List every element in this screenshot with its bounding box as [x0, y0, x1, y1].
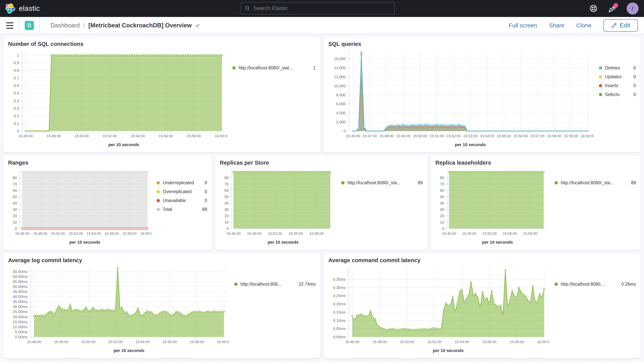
svg-text:per 10 seconds: per 10 seconds: [70, 240, 100, 244]
svg-text:15:48:00: 15:48:00: [47, 134, 61, 138]
panel-title[interactable]: Number of SQL connections: [8, 41, 316, 47]
legend-series-label: Deletes: [605, 65, 630, 70]
breadcrumb: Dashboard / [Metricbeat CockroachDB] Ove…: [50, 22, 200, 29]
legend-series-dot: [554, 282, 558, 286]
toolbar-divider: [39, 17, 40, 34]
svg-text:15:46:00: 15:46:00: [15, 232, 30, 236]
chart-plot-sql-connections[interactable]: 00.10.20.30.40.50.60.70.80.9115:46:0015:…: [8, 48, 227, 148]
svg-text:0.8: 0.8: [14, 68, 19, 72]
svg-text:0.1: 0.1: [14, 122, 19, 126]
svg-text:0.6: 0.6: [14, 84, 19, 88]
full-screen-button[interactable]: Full screen: [509, 22, 537, 29]
svg-text:15:46:00: 15:46:00: [346, 134, 360, 138]
svg-text:per 10 seconds: per 10 seconds: [108, 142, 139, 147]
svg-text:0.10ms: 0.10ms: [333, 318, 346, 323]
avatar-initial: r: [632, 5, 634, 12]
svg-text:30: 30: [440, 208, 444, 212]
svg-text:16:00:00: 16:00:00: [215, 134, 227, 138]
svg-text:0.05ms: 0.05ms: [333, 326, 346, 331]
panel-title[interactable]: Replicas per Store: [220, 160, 423, 166]
svg-text:70: 70: [224, 182, 229, 186]
legend-item[interactable]: Underreplicated0: [156, 178, 207, 187]
svg-text:per 10 seconds: per 10 seconds: [268, 240, 298, 244]
svg-text:15:53:00: 15:53:00: [463, 134, 478, 138]
legend-series-dot: [156, 199, 160, 202]
svg-text:15:50:00: 15:50:00: [81, 340, 96, 344]
page-title[interactable]: [Metricbeat CockroachDB] Overview: [88, 22, 200, 29]
svg-text:16:00:00: 16:00:00: [217, 340, 229, 344]
legend-item[interactable]: Deletes0: [599, 64, 636, 72]
chart-plot-log-commit-latency[interactable]: 0.00ms5.00ms10.00ms15.00ms20.00ms25.00ms…: [8, 264, 229, 354]
chart-plot-replicas-per-store[interactable]: 0102030405060708015:46:0015:49:0015:52:0…: [220, 167, 336, 246]
legend-item[interactable]: http://localhost:8080/_sta...89: [554, 178, 636, 187]
svg-text:0.00ms: 0.00ms: [15, 335, 28, 339]
svg-text:0.35ms: 0.35ms: [333, 277, 346, 282]
panel-avg-command-commit-latency: Average command commit latency 0.00ms0.0…: [324, 253, 640, 358]
svg-text:0.00ms: 0.00ms: [333, 335, 346, 339]
svg-text:15:56:00: 15:56:00: [482, 340, 496, 344]
svg-text:0: 0: [344, 129, 346, 133]
svg-text:15:58:00: 15:58:00: [309, 232, 324, 236]
panel-title[interactable]: Replica leaseholders: [435, 160, 636, 166]
svg-text:15:46:00: 15:46:00: [27, 340, 41, 344]
chart-plot-command-commit-latency[interactable]: 0.00ms0.05ms0.10ms0.15ms0.20ms0.25ms0.30…: [328, 264, 550, 354]
chart-legend: http://localhost:8080/_stat...1: [227, 48, 316, 148]
chart-legend: http://localhost:8080...0.26ms: [550, 264, 636, 354]
svg-text:1: 1: [17, 53, 19, 58]
svg-text:15:55:00: 15:55:00: [289, 232, 303, 236]
help-menu-button[interactable]: [589, 4, 598, 13]
legend-series-label: Total: [163, 207, 199, 212]
legend-series-value: 22.74ms: [299, 282, 316, 287]
svg-text:0.15ms: 0.15ms: [333, 310, 346, 314]
svg-text:30: 30: [224, 208, 229, 212]
svg-text:15:48:00: 15:48:00: [54, 340, 68, 344]
elastic-home-link[interactable]: elastic: [6, 3, 40, 14]
legend-series-value: 0: [204, 198, 207, 203]
svg-text:15:50:00: 15:50:00: [400, 340, 414, 344]
legend-item[interactable]: Selects0: [599, 90, 636, 99]
edit-button[interactable]: Edit: [604, 19, 638, 32]
svg-text:15:54:00: 15:54:00: [455, 340, 469, 344]
legend-item[interactable]: Overreplicated0: [156, 187, 207, 196]
search-input[interactable]: [253, 5, 391, 11]
chart-plot-replica-leaseholders[interactable]: 0102030405060708015:46:0015:49:0015:52:0…: [435, 167, 550, 246]
menu-hamburger-button[interactable]: [6, 22, 14, 29]
elastic-logo-icon: [6, 3, 16, 14]
legend-item[interactable]: http://localhost:8080...0.26ms: [554, 280, 636, 288]
breadcrumb-dashboard-link[interactable]: Dashboard: [50, 22, 80, 29]
dashboard-app-badge[interactable]: D: [25, 21, 34, 30]
svg-text:15:48:00: 15:48:00: [380, 134, 394, 138]
chart-plot-sql-queries[interactable]: 02,0004,0006,0008,00010,00012,00014,0001…: [328, 48, 594, 148]
legend-item[interactable]: http://localhost:8080/_stat...1: [232, 64, 316, 72]
legend-item[interactable]: http://localhost:8080/_sta...89: [341, 178, 423, 187]
global-header: elastic r: [0, 0, 644, 17]
legend-series-label: http://localhost:808...: [240, 282, 296, 287]
svg-text:15:58:00: 15:58:00: [187, 134, 201, 138]
news-feed-button[interactable]: [608, 4, 617, 13]
panel-title[interactable]: Ranges: [8, 160, 207, 166]
legend-item[interactable]: Unavailable0: [156, 196, 207, 205]
svg-text:0.3: 0.3: [14, 106, 19, 110]
panel-title[interactable]: SQL queries: [328, 41, 636, 47]
legend-item[interactable]: Updates0: [599, 72, 636, 81]
share-button[interactable]: Share: [549, 22, 564, 29]
legend-item[interactable]: http://localhost:808...22.74ms: [234, 280, 316, 288]
clone-button[interactable]: Clone: [576, 22, 591, 29]
legend-series-value: 0: [634, 65, 636, 70]
legend-series-dot: [599, 66, 602, 70]
user-avatar[interactable]: r: [627, 2, 638, 14]
svg-text:15:54:00: 15:54:00: [131, 134, 145, 138]
chart-plot-ranges[interactable]: 0102030405060708015:46:0015:48:0015:50:0…: [8, 167, 152, 246]
svg-text:65.00ms: 65.00ms: [13, 270, 28, 274]
svg-text:15:55:00: 15:55:00: [503, 232, 517, 236]
svg-text:20: 20: [440, 214, 444, 218]
legend-item[interactable]: Inserts0: [599, 81, 636, 90]
svg-text:30.00ms: 30.00ms: [13, 304, 28, 309]
dashboard-toolbar: D Dashboard / [Metricbeat CockroachDB] O…: [0, 17, 644, 34]
panel-title[interactable]: Average log commit latency: [8, 257, 316, 264]
legend-item[interactable]: Total89: [156, 205, 207, 214]
breadcrumb-separator: /: [83, 22, 85, 29]
panel-title[interactable]: Average command commit latency: [328, 257, 636, 264]
global-search[interactable]: [241, 2, 395, 14]
svg-text:10,000: 10,000: [334, 84, 346, 88]
